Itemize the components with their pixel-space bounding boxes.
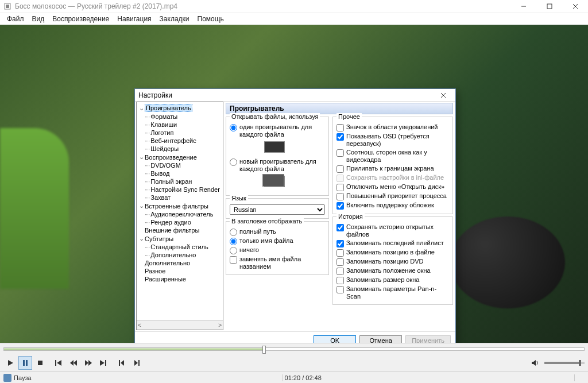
apply-button[interactable]: Применить bbox=[405, 335, 451, 343]
maximize-button[interactable] bbox=[536, 0, 562, 13]
open-files-legend: Открывать файлы, используя bbox=[230, 113, 320, 120]
svg-marker-17 bbox=[88, 360, 92, 366]
check-aspect[interactable]: Соотнош. сторон окна как у видеокадра bbox=[336, 148, 449, 164]
check-history[interactable]: Сохранять историю открытых файлов bbox=[336, 223, 449, 239]
seek-bar[interactable] bbox=[0, 343, 588, 354]
check-ini: Сохранять настройки в ini-файле bbox=[336, 173, 449, 183]
history-legend: История bbox=[336, 213, 365, 220]
dialog-title: Настройки bbox=[138, 91, 435, 99]
status-time: 01:20 / 02:48 bbox=[282, 374, 324, 381]
check-win-pos[interactable]: Запоминать положение окна bbox=[336, 266, 449, 276]
menu-play[interactable]: Воспроизведение bbox=[49, 14, 113, 24]
tree-item[interactable]: ⌄Встроенные фильтры bbox=[137, 202, 223, 210]
tree-hscroll[interactable]: <> bbox=[137, 320, 223, 330]
tree-item[interactable]: ····Полный экран bbox=[137, 177, 223, 185]
menu-bookmarks[interactable]: Закладки bbox=[156, 14, 193, 24]
menu-nav[interactable]: Навигация bbox=[114, 14, 154, 24]
step-back-button[interactable] bbox=[115, 356, 129, 370]
check-snap[interactable]: Прилипать к границам экрана bbox=[336, 164, 449, 173]
tree-item[interactable]: ····Логотип bbox=[137, 129, 223, 137]
language-select[interactable]: Russian bbox=[230, 204, 325, 215]
multi-player-icon bbox=[264, 176, 285, 187]
check-tray-icon[interactable]: Значок в области уведомлений bbox=[336, 123, 449, 132]
tree-item[interactable]: ····Стандартный стиль bbox=[137, 243, 223, 251]
tree-item[interactable]: ····Форматы bbox=[137, 113, 223, 121]
settings-tree[interactable]: ⌄Проигрыватель····Форматы····Клавиши····… bbox=[137, 102, 223, 320]
svg-marker-13 bbox=[57, 360, 61, 366]
menu-view[interactable]: Вид bbox=[29, 14, 48, 24]
mute-button[interactable] bbox=[528, 356, 542, 370]
minimize-button[interactable] bbox=[510, 0, 536, 13]
radio-one-player[interactable]: один проигрыватель для каждого файла bbox=[230, 123, 325, 139]
status-icon bbox=[3, 374, 11, 382]
svg-rect-12 bbox=[55, 360, 56, 366]
check-win-size[interactable]: Запоминать размер окна bbox=[336, 276, 449, 285]
playback-controls bbox=[0, 354, 588, 372]
svg-rect-1 bbox=[6, 5, 9, 8]
tree-item[interactable]: ⌄Субтитры bbox=[137, 234, 223, 243]
tree-item[interactable]: Внешние фильтры bbox=[137, 226, 223, 234]
radio-nothing[interactable]: ничего bbox=[230, 246, 325, 255]
play-button[interactable] bbox=[3, 356, 17, 370]
tree-item[interactable]: Расширенные bbox=[137, 275, 223, 283]
svg-rect-3 bbox=[547, 4, 552, 9]
menu-help[interactable]: Помощь bbox=[194, 14, 227, 24]
tree-item[interactable]: ····Дополнительно bbox=[137, 251, 223, 259]
tree-item[interactable]: ····Клавиши bbox=[137, 121, 223, 129]
status-text: Пауза bbox=[14, 374, 32, 381]
forward-button[interactable] bbox=[82, 356, 95, 370]
dialog-close-button[interactable] bbox=[435, 90, 452, 101]
tree-item[interactable]: ····Настройки Sync Render bbox=[137, 185, 223, 194]
check-high-priority[interactable]: Повышенный приоритет процесса bbox=[336, 192, 449, 201]
tree-item[interactable]: ····Рендер аудио bbox=[137, 218, 223, 226]
svg-marker-22 bbox=[134, 360, 138, 366]
check-disable-open-disc[interactable]: Отключить меню «Открыть диск» bbox=[336, 183, 449, 192]
tree-item[interactable]: ····Вывод bbox=[137, 169, 223, 177]
check-playlist[interactable]: Запоминать последний плейлист bbox=[336, 239, 449, 248]
check-replace-filename[interactable]: заменять имя файла названием bbox=[230, 255, 325, 271]
radio-full-path[interactable]: полный путь bbox=[230, 227, 325, 237]
svg-marker-18 bbox=[100, 360, 105, 366]
ok-button[interactable]: OK bbox=[314, 335, 356, 343]
svg-marker-8 bbox=[8, 360, 13, 366]
stop-button[interactable] bbox=[33, 356, 47, 370]
svg-marker-15 bbox=[74, 360, 77, 366]
next-button[interactable] bbox=[96, 356, 110, 370]
tree-item[interactable]: Разное bbox=[137, 267, 223, 275]
radio-new-player[interactable]: новый проигрыватель для каждого файла bbox=[230, 157, 325, 173]
check-dvd-pos[interactable]: Запоминать позицию DVD bbox=[336, 257, 449, 266]
tree-item[interactable]: ····Веб-интерфейс bbox=[137, 137, 223, 145]
check-show-osd[interactable]: Показывать OSD (требуется перезапуск) bbox=[336, 132, 449, 148]
svg-marker-14 bbox=[70, 360, 74, 366]
svg-marker-21 bbox=[121, 360, 124, 366]
close-button[interactable] bbox=[562, 0, 588, 13]
tree-item[interactable]: ····Шейдеры bbox=[137, 145, 223, 153]
rewind-button[interactable] bbox=[67, 356, 80, 370]
language-legend: Язык bbox=[230, 195, 248, 202]
pause-button[interactable] bbox=[18, 356, 32, 370]
settings-tree-pane: ⌄Проигрыватель····Форматы····Клавиши····… bbox=[136, 102, 223, 330]
check-file-pos[interactable]: Запоминать позицию в файле bbox=[336, 248, 449, 257]
check-pan-scan[interactable]: Запоминать параметры Pan-n-Scan bbox=[336, 285, 449, 301]
tree-item[interactable]: ····DVD/OGM bbox=[137, 161, 223, 169]
radio-filename-only[interactable]: только имя файла bbox=[230, 237, 325, 246]
volume-slider[interactable] bbox=[544, 362, 585, 364]
tree-item[interactable]: ⌄Воспроизведение bbox=[137, 153, 223, 161]
seek-thumb[interactable] bbox=[262, 346, 266, 354]
check-covers[interactable]: Включить поддержку обложек bbox=[336, 201, 449, 210]
one-player-icon bbox=[264, 141, 285, 153]
settings-dialog: Настройки ⌄Проигрыватель····Форматы····К… bbox=[134, 88, 456, 343]
cancel-button[interactable]: Отмена bbox=[359, 335, 402, 343]
prev-button[interactable] bbox=[52, 356, 65, 370]
svg-rect-10 bbox=[26, 360, 28, 366]
video-area[interactable]: BOXPROGRAMS.RU Настройки ⌄Проигрыватель·… bbox=[0, 25, 588, 343]
menu-file[interactable]: Файл bbox=[3, 14, 28, 24]
window-title: Босс молокосос — Русский трейлер #2 (201… bbox=[15, 2, 510, 10]
tree-item[interactable]: ····Захват bbox=[137, 194, 223, 202]
status-extra bbox=[574, 374, 585, 381]
tree-item[interactable]: Дополнительно bbox=[137, 259, 223, 267]
misc-legend: Прочее bbox=[336, 113, 362, 120]
tree-item[interactable]: ⌄Проигрыватель bbox=[137, 103, 223, 113]
tree-item[interactable]: ····Аудиопереключатель bbox=[137, 210, 223, 218]
step-fwd-button[interactable] bbox=[130, 356, 144, 370]
